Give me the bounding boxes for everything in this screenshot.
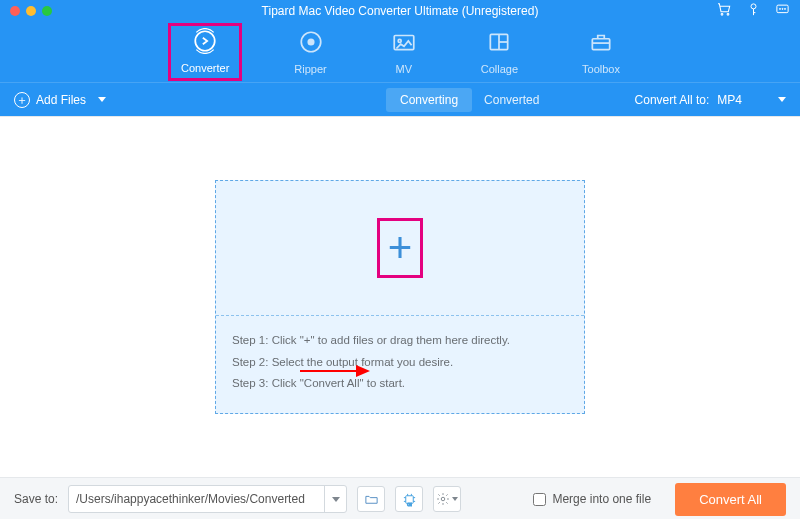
dropzone-plus-area[interactable]: + [216, 181, 584, 316]
pointer-arrow-icon [300, 362, 370, 380]
plus-icon: + [388, 227, 413, 269]
bottom-bar: Save to: ON Merge into one file Convert … [0, 478, 800, 519]
convert-status-tabs: Converting Converted [386, 88, 539, 112]
chevron-down-icon [452, 497, 458, 501]
close-window-button[interactable] [10, 6, 20, 16]
tab-converter[interactable]: Converter [168, 23, 242, 81]
convert-all-to: Convert All to: MP4 [635, 93, 786, 107]
folder-icon [364, 492, 379, 507]
main-nav: Converter Ripper MV Collage Toolbox [0, 22, 800, 82]
plus-circle-icon: ＋ [14, 92, 30, 108]
format-value: MP4 [717, 93, 742, 107]
chevron-down-icon [332, 497, 340, 502]
merge-checkbox[interactable]: Merge into one file [533, 492, 651, 506]
format-dropdown[interactable]: MP4 [717, 93, 786, 107]
hardware-accel-button[interactable]: ON [395, 486, 423, 512]
tab-ripper[interactable]: Ripper [282, 25, 338, 79]
add-files-label: Add Files [36, 93, 86, 107]
chevron-down-icon[interactable] [98, 97, 106, 102]
convert-all-to-label: Convert All to: [635, 93, 710, 107]
save-to-label: Save to: [14, 492, 58, 506]
settings-button[interactable] [433, 486, 461, 512]
cart-icon[interactable] [716, 1, 732, 21]
svg-text:ON: ON [407, 502, 412, 506]
add-files-button[interactable]: ＋ Add Files [14, 92, 106, 108]
app-title: Tipard Mac Video Converter Ultimate (Unr… [262, 4, 539, 18]
toolbox-icon [588, 29, 614, 59]
step1-text: Step 1: Click "+" to add files or drag t… [232, 330, 568, 352]
save-path-input[interactable] [69, 487, 324, 511]
svg-point-0 [721, 13, 723, 15]
mv-icon [391, 29, 417, 59]
svg-point-11 [308, 39, 313, 44]
dropzone-instructions: Step 1: Click "+" to add files or drag t… [216, 316, 584, 414]
step3-text: Step 3: Click "Convert All" to start. [232, 373, 568, 395]
merge-checkbox-input[interactable] [533, 493, 546, 506]
dropzone[interactable]: + Step 1: Click "+" to add files or drag… [215, 180, 585, 415]
svg-point-7 [782, 8, 783, 9]
titlebar: Tipard Mac Video Converter Ultimate (Unr… [0, 0, 800, 22]
svg-rect-17 [592, 39, 609, 50]
svg-point-1 [727, 13, 729, 15]
chip-icon: ON [402, 492, 417, 507]
tab-collage[interactable]: Collage [469, 25, 530, 79]
tab-converting[interactable]: Converting [386, 88, 472, 112]
minimize-window-button[interactable] [26, 6, 36, 16]
save-path-dropdown-button[interactable] [324, 486, 346, 512]
svg-point-31 [441, 497, 445, 501]
converter-icon [192, 28, 218, 58]
svg-point-6 [780, 8, 781, 9]
step2-text: Step 2: Select the output format you des… [232, 352, 568, 374]
convert-all-button[interactable]: Convert All [675, 483, 786, 516]
save-path-field [68, 485, 347, 513]
sub-toolbar: ＋ Add Files Converting Converted Convert… [0, 82, 800, 116]
svg-point-2 [751, 3, 756, 8]
svg-point-9 [195, 31, 215, 51]
chevron-down-icon [778, 97, 786, 102]
tab-collage-label: Collage [481, 63, 518, 75]
maximize-window-button[interactable] [42, 6, 52, 16]
tab-converter-label: Converter [181, 62, 229, 74]
svg-point-13 [398, 39, 401, 42]
open-folder-button[interactable] [357, 486, 385, 512]
svg-rect-21 [405, 495, 413, 503]
tab-mv-label: MV [395, 63, 412, 75]
collage-icon [486, 29, 512, 59]
merge-label: Merge into one file [552, 492, 651, 506]
key-icon[interactable] [746, 2, 761, 21]
svg-marker-20 [356, 365, 370, 377]
tab-converted[interactable]: Converted [484, 93, 539, 107]
gear-icon [436, 492, 450, 506]
add-file-plus-button[interactable]: + [377, 218, 424, 278]
window-controls [10, 6, 52, 16]
tab-ripper-label: Ripper [294, 63, 326, 75]
svg-point-8 [785, 8, 786, 9]
tab-toolbox-label: Toolbox [582, 63, 620, 75]
ripper-icon [298, 29, 324, 59]
tab-toolbox[interactable]: Toolbox [570, 25, 632, 79]
feedback-icon[interactable] [775, 2, 790, 21]
tab-mv[interactable]: MV [379, 25, 429, 79]
main-content: + Step 1: Click "+" to add files or drag… [0, 117, 800, 477]
